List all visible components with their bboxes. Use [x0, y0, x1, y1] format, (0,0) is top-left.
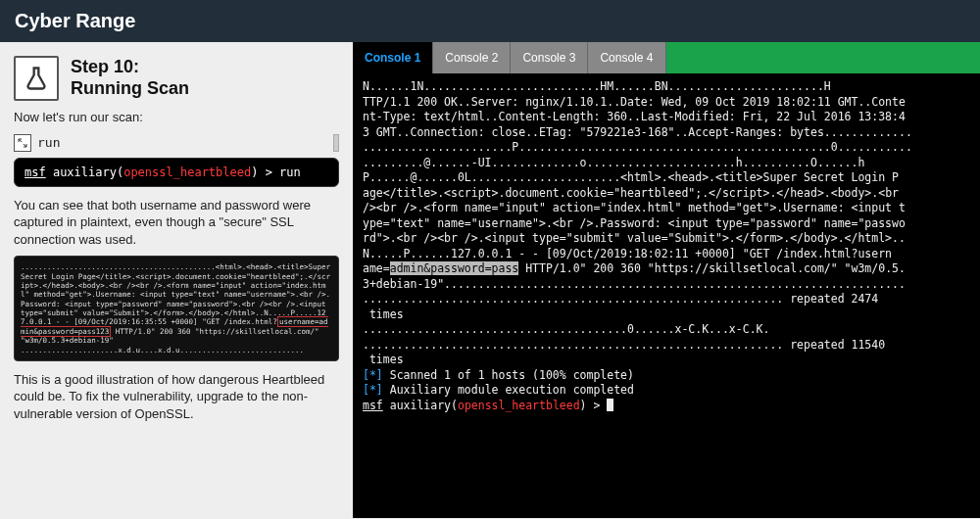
instruction-panel: Step 10: Running Scan Now let's run our …	[0, 42, 353, 518]
prompt-rest: ) >	[580, 399, 608, 412]
term-highlight: admin&password=pass	[390, 261, 519, 275]
prompt-msf: msf	[363, 399, 383, 412]
run-label: run	[37, 135, 60, 150]
tab-console-4[interactable]: Console 4	[588, 42, 665, 73]
step-title-line2: Running Scan	[71, 78, 189, 100]
main-layout: Step 10: Running Scan Now let's run our …	[0, 42, 980, 518]
prompt-module: openssl_heartbleed	[458, 399, 580, 412]
tab-console-3[interactable]: Console 3	[511, 42, 588, 73]
terminal-cursor	[607, 399, 613, 411]
run-row-handle[interactable]	[333, 134, 339, 152]
status-bracket-2: [*]	[363, 383, 383, 397]
prompt-aux: auxiliary(	[383, 399, 458, 412]
term-block2: HTTP/1.0" 200 360 "https://skillsetlocal…	[363, 261, 906, 366]
cmd-module: openssl_heartbleed	[123, 165, 251, 179]
cmd-aux: auxiliary(	[46, 165, 123, 179]
command-box: msf auxiliary(openssl_heartbleed) > run	[14, 158, 339, 187]
app-title: Cyber Range	[0, 0, 980, 42]
run-row[interactable]: run	[14, 134, 339, 152]
intro-text: Now let's run our scan:	[14, 109, 339, 126]
tab-console-1[interactable]: Console 1	[353, 42, 433, 73]
terminal-output[interactable]: N......1N..........................HM...…	[353, 73, 980, 518]
cmd-rest: ) > run	[251, 165, 301, 179]
term-block1: N......1N..........................HM...…	[363, 79, 912, 200]
step-title-line1: Step 10:	[71, 57, 189, 78]
term-scan1: Scanned 1 of 1 hosts (100% complete)	[383, 368, 634, 382]
tab-console-2[interactable]: Console 2	[433, 42, 511, 73]
cmd-msf: msf	[24, 165, 46, 179]
explain-1: You can see that both username and passw…	[14, 197, 339, 249]
console-tabs: Console 1 Console 2 Console 3 Console 4	[353, 42, 980, 73]
term-scan2: Auxiliary module execution completed	[383, 383, 634, 397]
mini-screenshot: ........................................…	[14, 256, 339, 361]
explain-2: This is a good illustration of how dange…	[14, 371, 339, 423]
step-title: Step 10: Running Scan	[71, 57, 189, 99]
step-header: Step 10: Running Scan	[14, 56, 339, 101]
expand-icon[interactable]	[14, 134, 31, 152]
status-bracket-1: [*]	[363, 368, 383, 382]
tabbar-fill	[666, 42, 981, 73]
console-panel: Console 1 Console 2 Console 3 Console 4 …	[353, 42, 980, 518]
flask-icon	[14, 56, 59, 101]
